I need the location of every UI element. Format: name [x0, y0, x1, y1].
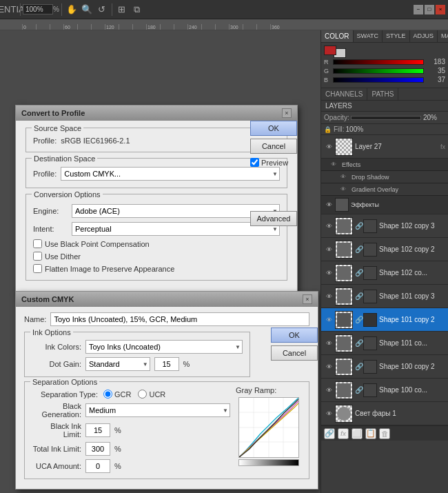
dest-profile-select[interactable]: Custom CMYK... sRGB IEC61966-2.1 Adobe R…	[61, 167, 280, 181]
layer-shape100copy2[interactable]: 👁 🔗 Shape 100 copy 2	[321, 355, 448, 379]
opacity-slider[interactable]	[351, 116, 421, 120]
preview-label[interactable]: Preview	[261, 159, 288, 167]
ccmyk-name-input[interactable]	[50, 312, 309, 326]
layer-svet-fary[interactable]: 👁 Свет фары 1	[321, 402, 448, 425]
tab-paths[interactable]: PATHS	[367, 88, 398, 100]
layer-100co-name: Shape 100 co...	[379, 386, 445, 394]
layer-eye-icon[interactable]: 👁	[324, 142, 334, 152]
ink-colors-select[interactable]: Toyo Inks (Uncoated) SWOP (Coated) Euros…	[85, 340, 243, 354]
hand-tool-btn[interactable]: ✋	[64, 2, 79, 17]
thumb-101co	[335, 334, 353, 352]
layer-shape101copy3[interactable]: 👁 🔗 Shape 101 copy 3	[321, 285, 448, 308]
thumb-101c2-active	[335, 311, 353, 329]
eye-svet[interactable]: 👁	[324, 409, 334, 419]
layer-shape102copy2[interactable]: 👁 🔗 Shape 102 copy 2	[321, 238, 448, 261]
fg-swatch[interactable]	[324, 46, 336, 55]
shape-thumb	[337, 266, 351, 280]
eye-101c2-active[interactable]: 👁	[324, 315, 334, 325]
conv-options-group: Conversion Options Engine: Adobe (ACE) M…	[26, 194, 287, 281]
ctp-cancel-btn[interactable]: Cancel	[250, 139, 297, 154]
gradient-overlay-item[interactable]: 👁 Gradient Overlay	[321, 183, 448, 196]
tab-swatches[interactable]: SWATC	[354, 30, 383, 42]
eye-102c3[interactable]: 👁	[324, 221, 334, 231]
eye-101co[interactable]: 👁	[324, 339, 334, 348]
eye-101c3[interactable]: 👁	[324, 292, 334, 301]
r-slider[interactable]	[333, 59, 424, 65]
dot-gain-select[interactable]: Standard Custom	[85, 357, 150, 371]
tab-adjust[interactable]: ADJUS	[410, 30, 438, 42]
thumb-102c3	[335, 217, 353, 235]
ccmyk-cancel-btn[interactable]: Cancel	[271, 345, 318, 361]
intent-select[interactable]: Perceptual Saturation Relative Colorimet…	[72, 222, 280, 236]
shape-thumb-round	[337, 407, 351, 421]
grid-btn[interactable]: ⊞	[114, 2, 130, 17]
b-slider[interactable]	[333, 77, 424, 83]
tab-color[interactable]: COLOR	[321, 30, 354, 42]
search-btn[interactable]: 🔍	[79, 2, 94, 17]
ccmyk-close-btn[interactable]: ×	[303, 294, 312, 304]
zoom-input[interactable]	[23, 4, 53, 14]
layer-item-27[interactable]: 👁 Layer 27 fx	[321, 135, 448, 159]
drop-shadow-item[interactable]: 👁 Drop Shadow	[321, 171, 448, 183]
flatten-label[interactable]: Flatten Image to Preserve Appearance	[45, 265, 174, 273]
ink-options-label: Ink Options	[30, 328, 73, 336]
eye-102c2[interactable]: 👁	[324, 245, 334, 254]
sep-options-group: Separation Options Separation Type:	[24, 381, 309, 479]
total-ink-input[interactable]	[85, 442, 110, 456]
use-dither-checkbox[interactable]	[33, 252, 42, 261]
use-dither-label[interactable]: Use Dither	[45, 252, 81, 261]
flatten-row: Flatten Image to Preserve Appearance	[33, 264, 280, 273]
ucr-radio[interactable]	[138, 390, 147, 399]
eye-102co[interactable]: 👁	[324, 268, 334, 278]
layer-shape102co[interactable]: 👁 🔗 Shape 102 co...	[321, 261, 448, 285]
dot-gain-num-input[interactable]	[154, 357, 179, 371]
tab-channels[interactable]: CHANNELS	[321, 88, 367, 100]
tab-masks[interactable]: MASK	[438, 30, 448, 42]
gcr-radio-label: GCR	[103, 390, 131, 399]
g-slider[interactable]	[333, 68, 424, 74]
preview-checkbox[interactable]	[250, 158, 259, 167]
drop-shadow-eye-icon: 👁	[340, 174, 349, 180]
window-close-btn[interactable]: ×	[436, 5, 445, 14]
flatten-checkbox[interactable]	[33, 264, 42, 273]
add-mask-btn[interactable]: ⬜	[352, 428, 363, 439]
essentials-dropdown[interactable]: ESSENTIALS ▾	[3, 2, 18, 17]
gcr-radio[interactable]	[103, 390, 112, 399]
eye-100c2[interactable]: 👁	[324, 362, 334, 372]
ccmyk-ok-btn[interactable]: OK	[271, 328, 318, 343]
gray-bar	[238, 459, 299, 466]
fg-bg-swatches	[324, 46, 445, 55]
engine-select[interactable]: Adobe (ACE) Microsoft ICM	[72, 204, 280, 218]
uca-input[interactable]	[85, 459, 110, 473]
layer-shape101co[interactable]: 👁 🔗 Shape 101 co...	[321, 332, 448, 355]
layer-shape102copy3[interactable]: 👁 🔗 Shape 102 copy 3	[321, 214, 448, 238]
effects-group-eye[interactable]: 👁	[324, 200, 334, 210]
dest-space-group: Destination Space Profile: Custom CMYK..…	[26, 158, 287, 188]
arrange-btn[interactable]: ⧉	[130, 2, 145, 17]
effects-group-item[interactable]: 👁 Эффекты	[321, 196, 448, 214]
black-point-label[interactable]: Use Black Point Compensation	[45, 240, 150, 248]
zoom-percent: %	[53, 6, 59, 13]
new-layer-btn[interactable]: 📋	[365, 428, 376, 439]
black-ink-unit: %	[114, 426, 121, 434]
total-ink-row: Total Ink Limit: %	[32, 442, 230, 456]
black-gen-select[interactable]: Medium Light Heavy Maximum	[85, 403, 230, 417]
fx-btn[interactable]: fx	[338, 428, 349, 439]
ruler-mark	[256, 24, 270, 30]
link-layers-btn[interactable]: 🔗	[324, 428, 335, 439]
ctp-close-btn[interactable]: ×	[282, 108, 292, 118]
black-point-checkbox[interactable]	[33, 239, 42, 248]
minimize-btn[interactable]: −	[414, 5, 423, 14]
ctp-ok-btn[interactable]: OK	[250, 121, 297, 136]
conv-options-label: Conversion Options	[32, 190, 103, 199]
black-ink-input[interactable]	[85, 423, 110, 437]
layer-shape100co[interactable]: 👁 🔗 Shape 100 co...	[321, 379, 448, 402]
ccmyk-name-label: Name:	[24, 315, 46, 323]
maximize-btn[interactable]: □	[425, 5, 434, 14]
tab-styles[interactable]: STYLE	[383, 30, 410, 42]
rotate-btn[interactable]: ↺	[94, 2, 110, 17]
layer-shape101copy2-active[interactable]: 👁 🔗 Shape 101 copy 2	[321, 308, 448, 332]
eye-100co[interactable]: 👁	[324, 385, 334, 395]
delete-layer-btn[interactable]: 🗑	[379, 428, 390, 439]
advanced-btn[interactable]: Advanced	[250, 211, 297, 226]
